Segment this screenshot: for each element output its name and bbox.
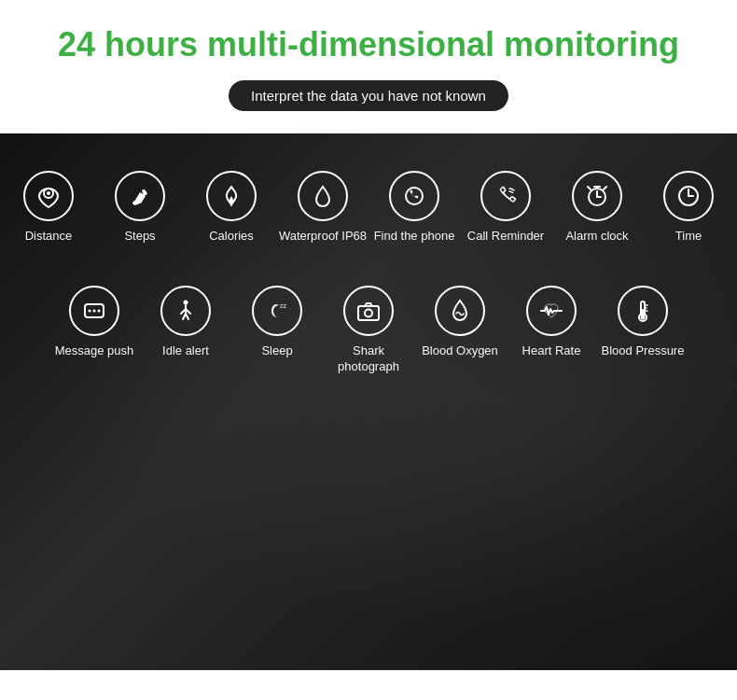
feature-heart-rate: Heart Rate (506, 286, 597, 359)
distance-icon (35, 183, 62, 209)
svg-point-3 (406, 188, 423, 204)
svg-point-7 (89, 310, 91, 313)
subtitle-badge: Interpret the data you have not known (229, 80, 508, 111)
svg-point-13 (365, 310, 372, 317)
distance-label: Distance (25, 229, 73, 245)
svg-point-9 (98, 310, 101, 313)
alarm-icon (583, 182, 611, 210)
feature-steps: Steps (94, 171, 186, 245)
feature-blood-pressure: Blood Pressure (597, 286, 688, 359)
feature-call-reminder: Call Reminder (460, 171, 551, 245)
time-label: Time (675, 229, 702, 245)
heart-rate-label: Heart Rate (522, 343, 581, 359)
feature-find-phone: Find the phone (368, 171, 460, 245)
steps-label: Steps (124, 229, 155, 245)
waterproof-icon-circle (298, 171, 348, 221)
feature-alarm: Alarm clock (551, 171, 643, 245)
alarm-icon-circle (572, 171, 622, 221)
blood-oxygen-icon-circle (435, 286, 485, 336)
top-section: 24 hours multi-dimensional monitoring In… (0, 0, 737, 133)
feature-distance: Distance (3, 171, 94, 245)
icons-row-1: Distance Steps Calories (0, 133, 737, 245)
feature-idle-alert: Idle alert (140, 286, 231, 359)
feature-calories: Calories (186, 171, 277, 245)
steps-icon-circle (115, 171, 165, 221)
time-icon-circle (663, 171, 714, 221)
message-icon-circle (69, 286, 119, 336)
time-icon (674, 182, 702, 210)
find-phone-icon (401, 183, 427, 209)
feature-camera: Shark photograph (323, 286, 414, 375)
heart-rate-icon-circle (526, 286, 577, 336)
feature-message: Message push (49, 286, 140, 359)
calories-label: Calories (209, 229, 254, 245)
svg-point-10 (184, 301, 188, 305)
blood-pressure-icon-circle (618, 286, 668, 336)
message-label: Message push (55, 343, 134, 359)
call-reminder-icon-circle (480, 171, 531, 221)
feature-blood-oxygen: Blood Oxygen (414, 286, 506, 359)
blood-oxygen-label: Blood Oxygen (422, 343, 498, 359)
calories-icon (218, 183, 244, 209)
icons-row-2: Message push Idle alert zz (0, 244, 737, 375)
svg-point-1 (47, 191, 50, 195)
page-title: 24 hours multi-dimensional monitoring (19, 26, 718, 63)
message-icon (80, 297, 108, 325)
heart-rate-icon (537, 297, 565, 325)
distance-icon-circle (23, 171, 74, 221)
calories-icon-circle (206, 171, 257, 221)
idle-alert-label: Idle alert (162, 343, 209, 359)
blood-oxygen-icon (446, 297, 474, 325)
alarm-label: Alarm clock (565, 229, 628, 245)
steps-icon (127, 183, 153, 209)
blood-pressure-label: Blood Pressure (602, 343, 685, 359)
feature-sleep: zz Sleep (231, 286, 323, 359)
sleep-label: Sleep (261, 343, 292, 359)
find-phone-label: Find the phone (374, 229, 455, 245)
call-reminder-icon (491, 181, 521, 211)
svg-rect-12 (358, 306, 379, 320)
waterproof-icon (310, 183, 336, 209)
svg-point-17 (641, 315, 646, 320)
feature-waterproof: Waterproof IP68 (277, 171, 368, 245)
feature-time: Time (643, 171, 734, 245)
sleep-icon-circle: zz (252, 286, 302, 336)
camera-icon-circle (343, 286, 394, 336)
thermometer-icon (629, 297, 657, 325)
dark-section: Distance Steps Calories (0, 133, 737, 670)
call-reminder-label: Call Reminder (467, 229, 544, 245)
find-phone-icon-circle (389, 171, 439, 221)
camera-label: Shark photograph (323, 343, 414, 375)
camera-icon (355, 297, 382, 325)
sleep-icon: zz (263, 297, 291, 325)
svg-text:zz: zz (280, 302, 287, 309)
idle-alert-icon-circle (160, 286, 211, 336)
svg-point-8 (93, 310, 96, 313)
idle-alert-icon (172, 297, 200, 325)
waterproof-label: Waterproof IP68 (279, 229, 367, 245)
